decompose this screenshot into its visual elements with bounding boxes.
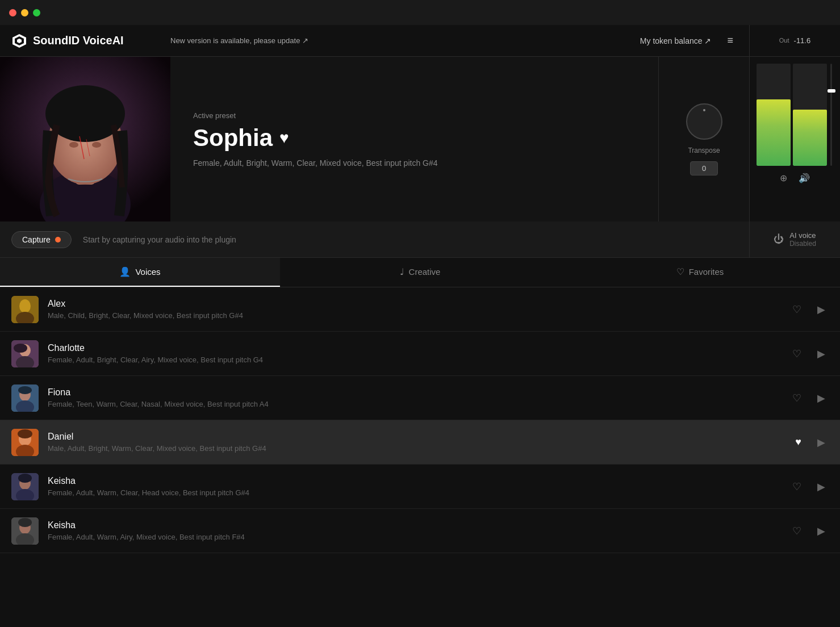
tab-favorites-label: Favorites (689, 267, 724, 277)
capture-dot-icon (55, 237, 61, 243)
transpose-value[interactable]: 0 (690, 161, 718, 175)
favorite-button[interactable]: ♡ (789, 300, 805, 319)
meter-slider-track[interactable] (830, 64, 832, 166)
power-icon[interactable]: ⏻ (774, 233, 784, 245)
token-balance[interactable]: My token balance ↗ (640, 36, 712, 45)
voice-name: Alex (48, 299, 789, 309)
meter-bar-1 (757, 64, 791, 166)
alex-avatar (11, 296, 39, 323)
svg-point-8 (69, 142, 78, 148)
voice-list: Alex Male, Child, Bright, Clear, Mixed v… (0, 287, 840, 627)
header-out-panel: Out -11.6 (749, 25, 840, 56)
svg-point-33 (18, 518, 32, 527)
ai-voice-label: AI voice (789, 231, 816, 240)
artist-photo-bg (0, 57, 170, 221)
volume-icon[interactable]: 🔊 (799, 173, 810, 183)
favorites-tab-icon: ♡ (676, 266, 684, 277)
knob-dot (703, 109, 705, 111)
meter-bar-1-fill (757, 99, 791, 166)
preset-panel: Active preset Sophia ♥ Female, Adult, Br… (170, 57, 658, 221)
tab-voices[interactable]: 👤 Voices (0, 258, 280, 287)
content-row: Active preset Sophia ♥ Female, Adult, Br… (0, 57, 840, 221)
tab-creative[interactable]: ♩ Creative (280, 258, 560, 287)
capture-button-label: Capture (22, 235, 51, 244)
voice-actions: ♡ ▶ (789, 477, 829, 496)
voice-tags: Male, Child, Bright, Clear, Mixed voice,… (48, 311, 789, 320)
keisha2-avatar (11, 517, 39, 545)
meter-slider-knob[interactable] (828, 89, 835, 93)
voice-info: Fiona Female, Teen, Warm, Clear, Nasal, … (48, 387, 789, 408)
avatar (11, 384, 39, 412)
play-button[interactable]: ▶ (814, 344, 829, 363)
transpose-panel: Transpose 0 (658, 57, 749, 221)
favorite-heart-icon[interactable]: ♥ (279, 129, 289, 147)
meter-controls: ⊕ 🔊 (780, 173, 810, 183)
link-icon[interactable]: ⊕ (780, 173, 787, 183)
avatar (11, 340, 39, 367)
daniel-avatar (11, 429, 39, 456)
voice-actions: ♥ ▶ (792, 433, 829, 452)
voice-row[interactable]: Keisha Female, Adult, Warm, Airy, Mixed … (0, 509, 840, 553)
voice-info: Daniel Male, Adult, Bright, Warm, Clear,… (48, 432, 792, 453)
capture-button[interactable]: Capture (11, 231, 72, 248)
play-button[interactable]: ▶ (814, 300, 829, 319)
ai-voice-section: ⏻ AI voice Disabled (749, 221, 840, 257)
fullscreen-button[interactable] (33, 9, 40, 16)
voice-info: Keisha Female, Adult, Warm, Airy, Mixed … (48, 520, 789, 541)
favorite-button[interactable]: ♡ (789, 344, 805, 363)
logo: SoundID VoiceAI (11, 33, 170, 49)
preset-tags: Female, Adult, Bright, Warm, Clear, Mixe… (193, 158, 636, 168)
tabs-bar: 👤 Voices ♩ Creative ♡ Favorites (0, 258, 840, 287)
header-row: SoundID VoiceAI New version is available… (0, 25, 840, 57)
voice-row[interactable]: Keisha Female, Adult, Warm, Clear, Head … (0, 465, 840, 509)
svg-point-13 (19, 299, 31, 313)
voice-actions: ♡ ▶ (789, 521, 829, 541)
svg-point-21 (18, 386, 32, 394)
active-preset-label: Active preset (193, 111, 636, 120)
voice-name: Keisha (48, 520, 789, 530)
voice-info: Alex Male, Child, Bright, Clear, Mixed v… (48, 299, 789, 320)
voice-row[interactable]: Daniel Male, Adult, Bright, Warm, Clear,… (0, 420, 840, 465)
charlotte-avatar (11, 340, 39, 367)
favorite-button[interactable]: ♡ (789, 388, 805, 408)
voice-actions: ♡ ▶ (789, 344, 829, 363)
tab-voices-label: Voices (135, 267, 160, 277)
ai-voice-text: AI voice Disabled (789, 231, 816, 248)
avatar (11, 429, 39, 456)
meter-visual (754, 64, 835, 166)
voice-actions: ♡ ▶ (789, 388, 829, 408)
voice-row[interactable]: Charlotte Female, Adult, Bright, Clear, … (0, 332, 840, 376)
traffic-lights (9, 9, 40, 16)
favorite-button[interactable]: ♥ (792, 433, 805, 452)
out-label: Out (779, 37, 789, 44)
meter-bar-2-fill (793, 110, 827, 166)
capture-row: Capture Start by capturing your audio in… (0, 221, 840, 258)
preset-name-text: Sophia (193, 124, 273, 152)
voice-info: Keisha Female, Adult, Warm, Clear, Head … (48, 476, 789, 497)
voice-row[interactable]: Fiona Female, Teen, Warm, Clear, Nasal, … (0, 376, 840, 420)
keisha-avatar (11, 473, 39, 500)
favorite-button[interactable]: ♡ (789, 477, 805, 496)
transpose-knob[interactable] (686, 103, 722, 140)
voice-name: Daniel (48, 432, 792, 442)
creative-icon: ♩ (400, 266, 404, 277)
play-button[interactable]: ▶ (814, 433, 829, 452)
svg-point-17 (14, 344, 27, 353)
logo-icon (11, 33, 27, 49)
avatar (11, 517, 39, 545)
app-container: SoundID VoiceAI New version is available… (0, 0, 840, 627)
tab-creative-label: Creative (409, 267, 441, 277)
minimize-button[interactable] (21, 9, 28, 16)
play-button[interactable]: ▶ (814, 521, 829, 541)
favorite-button[interactable]: ♡ (789, 521, 805, 541)
play-button[interactable]: ▶ (814, 388, 829, 408)
close-button[interactable] (9, 9, 16, 16)
voice-row[interactable]: Alex Male, Child, Bright, Clear, Mixed v… (0, 287, 840, 332)
avatar (11, 296, 39, 323)
voice-name: Charlotte (48, 343, 789, 353)
menu-button[interactable]: ≡ (722, 32, 738, 49)
play-button[interactable]: ▶ (814, 477, 829, 496)
update-notice[interactable]: New version is available, please update … (170, 36, 640, 45)
tab-favorites[interactable]: ♡ Favorites (560, 258, 840, 287)
title-bar (0, 0, 840, 25)
